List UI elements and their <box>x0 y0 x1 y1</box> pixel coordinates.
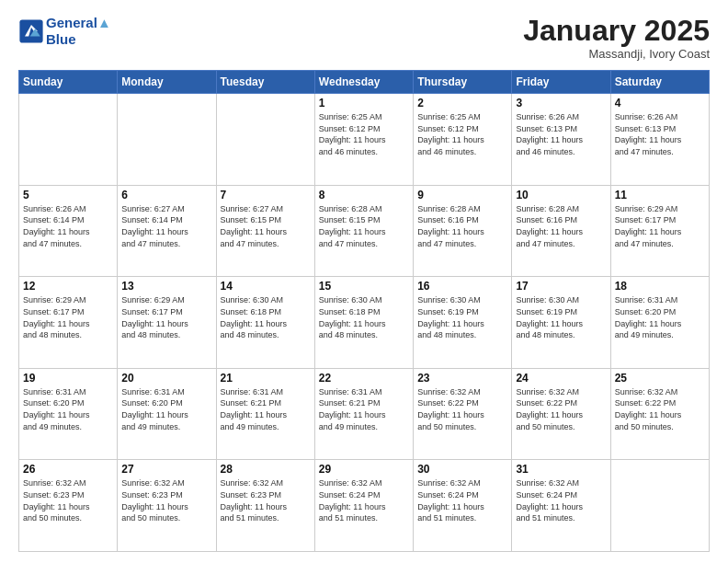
weekday-monday: Monday <box>118 71 216 94</box>
day-cell: 3Sunrise: 6:26 AMSunset: 6:13 PMDaylight… <box>512 94 610 186</box>
day-cell: 29Sunrise: 6:32 AMSunset: 6:24 PMDayligh… <box>314 460 413 552</box>
page: General▲ Blue January 2025 Massandji, Iv… <box>0 0 728 563</box>
day-cell: 20Sunrise: 6:31 AMSunset: 6:20 PMDayligh… <box>118 368 216 460</box>
day-cell: 2Sunrise: 6:25 AMSunset: 6:12 PMDaylight… <box>414 94 512 186</box>
day-info: Sunrise: 6:32 AMSunset: 6:22 PMDaylight:… <box>417 386 507 432</box>
weekday-saturday: Saturday <box>610 71 709 94</box>
day-cell: 27Sunrise: 6:32 AMSunset: 6:23 PMDayligh… <box>118 460 216 552</box>
day-number: 7 <box>221 189 311 201</box>
week-row-3: 12Sunrise: 6:29 AMSunset: 6:17 PMDayligh… <box>19 277 710 369</box>
weekday-thursday: Thursday <box>414 71 512 94</box>
day-info: Sunrise: 6:30 AMSunset: 6:18 PMDaylight:… <box>221 294 311 340</box>
day-info: Sunrise: 6:26 AMSunset: 6:13 PMDaylight:… <box>615 111 705 157</box>
day-cell: 1Sunrise: 6:25 AMSunset: 6:12 PMDaylight… <box>314 94 413 186</box>
weekday-wednesday: Wednesday <box>314 71 413 94</box>
header: General▲ Blue January 2025 Massandji, Iv… <box>18 15 710 61</box>
logo-text: General▲ Blue <box>46 15 111 48</box>
day-info: Sunrise: 6:30 AMSunset: 6:18 PMDaylight:… <box>319 294 409 340</box>
day-cell: 5Sunrise: 6:26 AMSunset: 6:14 PMDaylight… <box>19 185 118 277</box>
day-number: 24 <box>516 372 606 385</box>
day-cell: 13Sunrise: 6:29 AMSunset: 6:17 PMDayligh… <box>118 277 216 369</box>
day-number: 19 <box>23 372 113 385</box>
weekday-friday: Friday <box>512 71 610 94</box>
weekday-sunday: Sunday <box>19 71 118 94</box>
day-number: 9 <box>417 189 507 201</box>
logo: General▲ Blue <box>18 15 111 48</box>
day-cell: 31Sunrise: 6:32 AMSunset: 6:24 PMDayligh… <box>512 460 610 552</box>
day-info: Sunrise: 6:32 AMSunset: 6:24 PMDaylight:… <box>417 477 507 523</box>
day-info: Sunrise: 6:32 AMSunset: 6:23 PMDaylight:… <box>121 477 211 523</box>
day-number: 5 <box>23 189 113 201</box>
day-info: Sunrise: 6:32 AMSunset: 6:22 PMDaylight:… <box>516 386 606 432</box>
day-info: Sunrise: 6:26 AMSunset: 6:13 PMDaylight:… <box>516 111 606 157</box>
day-number: 17 <box>516 280 606 293</box>
day-number: 15 <box>319 280 409 293</box>
week-row-2: 5Sunrise: 6:26 AMSunset: 6:14 PMDaylight… <box>19 185 710 277</box>
day-cell: 24Sunrise: 6:32 AMSunset: 6:22 PMDayligh… <box>512 368 610 460</box>
day-cell <box>118 94 216 186</box>
day-cell <box>610 460 709 552</box>
day-info: Sunrise: 6:31 AMSunset: 6:20 PMDaylight:… <box>23 386 113 432</box>
day-cell: 21Sunrise: 6:31 AMSunset: 6:21 PMDayligh… <box>216 368 314 460</box>
day-info: Sunrise: 6:25 AMSunset: 6:12 PMDaylight:… <box>417 111 507 157</box>
day-info: Sunrise: 6:32 AMSunset: 6:24 PMDaylight:… <box>319 477 409 523</box>
day-cell: 25Sunrise: 6:32 AMSunset: 6:22 PMDayligh… <box>610 368 709 460</box>
day-number: 30 <box>417 463 507 476</box>
day-number: 2 <box>417 97 507 109</box>
logo-icon <box>18 18 44 44</box>
day-cell: 23Sunrise: 6:32 AMSunset: 6:22 PMDayligh… <box>414 368 512 460</box>
day-number: 12 <box>23 280 113 293</box>
day-info: Sunrise: 6:29 AMSunset: 6:17 PMDaylight:… <box>23 294 113 340</box>
day-cell: 14Sunrise: 6:30 AMSunset: 6:18 PMDayligh… <box>216 277 314 369</box>
day-number: 28 <box>221 463 311 476</box>
month-title: January 2025 <box>523 15 710 47</box>
day-number: 14 <box>221 280 311 293</box>
day-number: 31 <box>516 463 606 476</box>
day-info: Sunrise: 6:32 AMSunset: 6:23 PMDaylight:… <box>23 477 113 523</box>
day-cell: 8Sunrise: 6:28 AMSunset: 6:15 PMDaylight… <box>314 185 413 277</box>
day-info: Sunrise: 6:28 AMSunset: 6:16 PMDaylight:… <box>516 203 606 249</box>
day-info: Sunrise: 6:25 AMSunset: 6:12 PMDaylight:… <box>319 111 409 157</box>
day-cell: 11Sunrise: 6:29 AMSunset: 6:17 PMDayligh… <box>610 185 709 277</box>
day-info: Sunrise: 6:30 AMSunset: 6:19 PMDaylight:… <box>516 294 606 340</box>
day-number: 16 <box>417 280 507 293</box>
day-cell: 16Sunrise: 6:30 AMSunset: 6:19 PMDayligh… <box>414 277 512 369</box>
day-number: 29 <box>319 463 409 476</box>
day-info: Sunrise: 6:30 AMSunset: 6:19 PMDaylight:… <box>417 294 507 340</box>
day-number: 18 <box>615 280 705 293</box>
day-number: 8 <box>319 189 409 201</box>
day-number: 27 <box>121 463 211 476</box>
day-cell: 4Sunrise: 6:26 AMSunset: 6:13 PMDaylight… <box>610 94 709 186</box>
day-info: Sunrise: 6:26 AMSunset: 6:14 PMDaylight:… <box>23 203 113 249</box>
day-cell: 6Sunrise: 6:27 AMSunset: 6:14 PMDaylight… <box>118 185 216 277</box>
day-number: 25 <box>615 372 705 385</box>
day-info: Sunrise: 6:32 AMSunset: 6:23 PMDaylight:… <box>221 477 311 523</box>
day-info: Sunrise: 6:28 AMSunset: 6:15 PMDaylight:… <box>319 203 409 249</box>
day-cell: 26Sunrise: 6:32 AMSunset: 6:23 PMDayligh… <box>19 460 118 552</box>
calendar-table: SundayMondayTuesdayWednesdayThursdayFrid… <box>18 70 710 552</box>
week-row-4: 19Sunrise: 6:31 AMSunset: 6:20 PMDayligh… <box>19 368 710 460</box>
day-cell: 22Sunrise: 6:31 AMSunset: 6:21 PMDayligh… <box>314 368 413 460</box>
day-info: Sunrise: 6:31 AMSunset: 6:20 PMDaylight:… <box>121 386 211 432</box>
day-cell: 7Sunrise: 6:27 AMSunset: 6:15 PMDaylight… <box>216 185 314 277</box>
day-info: Sunrise: 6:29 AMSunset: 6:17 PMDaylight:… <box>121 294 211 340</box>
day-number: 21 <box>221 372 311 385</box>
day-cell: 17Sunrise: 6:30 AMSunset: 6:19 PMDayligh… <box>512 277 610 369</box>
day-number: 6 <box>121 189 211 201</box>
day-cell: 19Sunrise: 6:31 AMSunset: 6:20 PMDayligh… <box>19 368 118 460</box>
day-number: 4 <box>615 97 705 109</box>
day-cell: 30Sunrise: 6:32 AMSunset: 6:24 PMDayligh… <box>414 460 512 552</box>
title-area: January 2025 Massandji, Ivory Coast <box>523 15 710 61</box>
day-info: Sunrise: 6:28 AMSunset: 6:16 PMDaylight:… <box>417 203 507 249</box>
location: Massandji, Ivory Coast <box>523 47 710 61</box>
day-number: 23 <box>417 372 507 385</box>
day-info: Sunrise: 6:32 AMSunset: 6:24 PMDaylight:… <box>516 477 606 523</box>
day-cell: 12Sunrise: 6:29 AMSunset: 6:17 PMDayligh… <box>19 277 118 369</box>
day-cell: 18Sunrise: 6:31 AMSunset: 6:20 PMDayligh… <box>610 277 709 369</box>
day-cell <box>216 94 314 186</box>
day-number: 1 <box>319 97 409 109</box>
week-row-5: 26Sunrise: 6:32 AMSunset: 6:23 PMDayligh… <box>19 460 710 552</box>
week-row-1: 1Sunrise: 6:25 AMSunset: 6:12 PMDaylight… <box>19 94 710 186</box>
day-info: Sunrise: 6:31 AMSunset: 6:21 PMDaylight:… <box>221 386 311 432</box>
day-number: 3 <box>516 97 606 109</box>
